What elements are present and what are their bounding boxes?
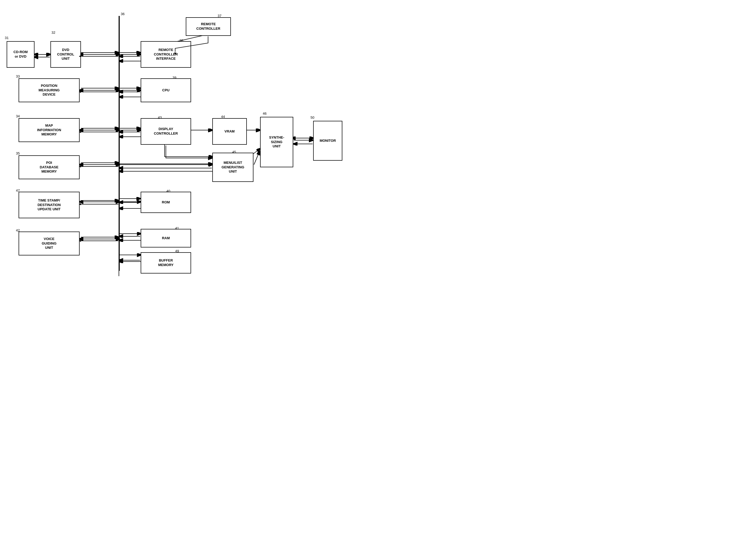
- block-buffer-mem-label: BUFFERMEMORY: [158, 258, 174, 267]
- block-display-ctrl-label: DISPLAYCONTROLLER: [154, 127, 178, 136]
- block-menu-list: MENU/LISTGENERATINGUNIT: [212, 153, 254, 182]
- block-position: POSITIONMEASURINGDEVICE: [19, 78, 80, 102]
- block-menu-list-label: MENU/LISTGENERATINGUNIT: [222, 161, 245, 174]
- block-dvd-control-label: DVDCONTROLUNIT: [57, 48, 74, 61]
- block-rom-label: ROM: [162, 200, 170, 205]
- block-timestamp: TIME STAMP/DESTINATIONUPDATE UNIT: [19, 192, 80, 218]
- ref-32: 32: [52, 31, 55, 35]
- block-synthesizing-label: SYNTHE-SIZINGUNIT: [269, 135, 284, 149]
- ref-50: 50: [311, 116, 314, 119]
- block-rci-label: REMOTECONTROLLERINTERFACE: [154, 48, 178, 61]
- block-dvd-control: DVDCONTROLUNIT: [50, 41, 81, 68]
- ref-31: 31: [5, 36, 8, 40]
- ref-34: 34: [16, 114, 20, 118]
- ref-46: 46: [263, 112, 267, 116]
- block-buffer-mem: BUFFERMEMORY: [141, 252, 191, 273]
- ref-33: 33: [16, 74, 20, 78]
- block-remote-ctrl: REMOTECONTROLLER: [186, 17, 231, 36]
- block-position-label: POSITIONMEASURINGDEVICE: [38, 84, 59, 97]
- block-poi-db: POIDATABASEMEMORY: [19, 155, 80, 179]
- block-voice-guiding: VOICEGUIDINGUNIT: [19, 232, 80, 255]
- block-poi-db-label: POIDATABASEMEMORY: [40, 161, 58, 174]
- block-display-ctrl: DISPLAYCONTROLLER: [141, 118, 191, 145]
- block-monitor: MONITOR: [313, 121, 343, 161]
- block-vram-label: VRAM: [225, 129, 235, 134]
- block-map-info-label: MAPINFORMATIONMEMORY: [37, 123, 61, 137]
- block-rom: ROM: [141, 192, 191, 213]
- ref-35: 35: [16, 151, 20, 155]
- block-cpu-label: CPU: [162, 88, 169, 93]
- block-remote-ctrl-label: REMOTECONTROLLER: [196, 22, 220, 31]
- block-voice-guiding-label: VOICEGUIDINGUNIT: [42, 237, 57, 250]
- svg-line-63: [254, 151, 260, 165]
- block-synthesizing: SYNTHE-SIZINGUNIT: [260, 117, 293, 167]
- block-ram: RAM: [141, 229, 191, 247]
- block-vram: VRAM: [212, 118, 247, 145]
- block-rci: REMOTECONTROLLERINTERFACE: [141, 41, 191, 68]
- block-ram-label: RAM: [162, 236, 170, 241]
- block-cpu: CPU: [141, 78, 191, 102]
- block-cdrom-label: CD-ROMor DVD: [14, 50, 28, 59]
- ref-36: 36: [121, 12, 125, 16]
- block-timestamp-label: TIME STAMP/DESTINATIONUPDATE UNIT: [37, 198, 61, 212]
- block-map-info: MAPINFORMATIONMEMORY: [19, 118, 80, 142]
- block-monitor-label: MONITOR: [320, 139, 336, 143]
- block-cdrom: CD-ROMor DVD: [7, 41, 35, 68]
- diagram: 31 CD-ROMor DVD 32 DVDCONTROLUNIT 33 POS…: [0, 0, 366, 280]
